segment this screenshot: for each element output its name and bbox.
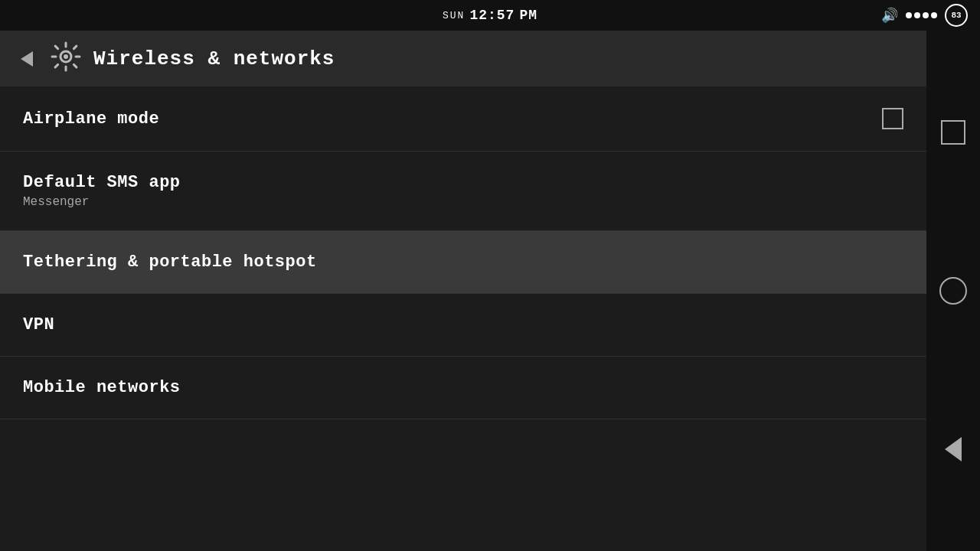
settings-list: Airplane mode Default SMS app Messenger … bbox=[0, 86, 926, 419]
svg-point-1 bbox=[64, 54, 68, 59]
status-bar: SUN 12:57 PM 🔊 83 bbox=[0, 0, 980, 31]
recent-apps-icon bbox=[941, 120, 965, 145]
back-arrow-icon bbox=[21, 51, 33, 67]
right-nav bbox=[926, 31, 980, 551]
home-icon bbox=[939, 277, 967, 305]
tethering-left: Tethering & portable hotspot bbox=[23, 253, 317, 272]
vpn-title: VPN bbox=[23, 315, 54, 334]
mobile-networks-left: Mobile networks bbox=[23, 378, 181, 397]
back-nav-button[interactable] bbox=[936, 432, 970, 466]
tethering-item[interactable]: Tethering & portable hotspot bbox=[0, 231, 926, 294]
main-content: Wireless & networks Airplane mode Defaul… bbox=[0, 31, 926, 551]
back-nav-icon bbox=[945, 437, 962, 461]
battery-icon: 83 bbox=[945, 4, 968, 27]
volume-icon: 🔊 bbox=[881, 7, 898, 24]
status-time: 12:57 bbox=[469, 8, 514, 23]
nav-header: Wireless & networks bbox=[0, 31, 926, 86]
status-period: PM bbox=[519, 8, 537, 23]
status-day: SUN bbox=[443, 10, 465, 21]
tethering-title: Tethering & portable hotspot bbox=[23, 253, 317, 272]
home-button[interactable] bbox=[936, 274, 970, 308]
airplane-mode-left: Airplane mode bbox=[23, 109, 159, 129]
airplane-mode-item[interactable]: Airplane mode bbox=[0, 86, 926, 152]
vpn-left: VPN bbox=[23, 315, 54, 334]
recent-apps-button[interactable] bbox=[936, 116, 970, 149]
default-sms-item[interactable]: Default SMS app Messenger bbox=[0, 152, 926, 231]
default-sms-left: Default SMS app Messenger bbox=[23, 173, 181, 209]
page-title: Wireless & networks bbox=[93, 47, 335, 70]
status-bar-center: SUN 12:57 PM bbox=[443, 8, 537, 23]
mobile-networks-item[interactable]: Mobile networks bbox=[0, 357, 926, 419]
gear-icon bbox=[51, 41, 81, 76]
back-button[interactable] bbox=[15, 47, 38, 70]
signal-icon bbox=[906, 12, 937, 18]
vpn-item[interactable]: VPN bbox=[0, 294, 926, 357]
status-bar-right: 🔊 83 bbox=[881, 4, 968, 27]
airplane-mode-checkbox[interactable] bbox=[882, 108, 903, 129]
default-sms-subtitle: Messenger bbox=[23, 195, 181, 209]
airplane-mode-title: Airplane mode bbox=[23, 109, 159, 129]
default-sms-title: Default SMS app bbox=[23, 173, 181, 192]
mobile-networks-title: Mobile networks bbox=[23, 378, 181, 397]
